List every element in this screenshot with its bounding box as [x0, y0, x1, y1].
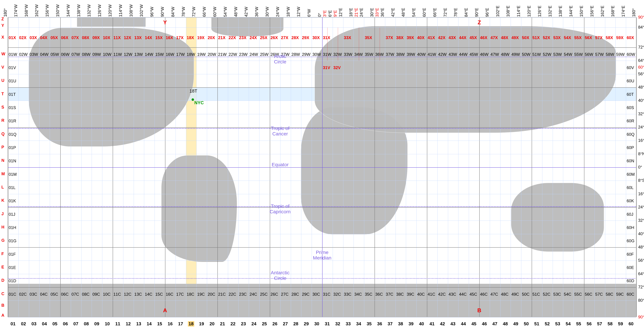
cell-55W: 55W: [574, 52, 583, 57]
cell-07W: 07W: [72, 52, 80, 57]
vline-15: [165, 18, 166, 317]
zone-number-42: 42: [440, 321, 445, 326]
lat-tick-16: 16°N: [638, 138, 644, 143]
lon-tick--6: 6°W: [307, 9, 312, 17]
band-letter-F: F: [2, 252, 4, 256]
band-letter-E: E: [2, 265, 4, 270]
lon-tick-108: 108°E: [506, 6, 510, 17]
zone-number-14: 14: [146, 321, 152, 326]
utm-grid-map: 01X02X03X04X05X06X07X08X09X10X11X12X13X1…: [0, 0, 644, 336]
band-letter-U: U: [2, 78, 4, 83]
lat-tick--80: 80°S: [638, 298, 644, 303]
cell-01R: 01R: [8, 118, 16, 123]
lat-tick-48: 48°N: [638, 85, 644, 90]
cell-01L: 01L: [8, 185, 16, 190]
band-letter-M: M: [2, 172, 5, 176]
cell-47X: 47X: [490, 35, 498, 40]
cell-01T: 01T: [8, 92, 16, 97]
eurasia-shape: [314, 26, 616, 133]
equator-line: [8, 167, 636, 168]
zone-number-34: 34: [356, 321, 361, 326]
right-latitude-axis: 90°N84°N72°N64°N60°N56°N48°N40°N32°N24°N…: [637, 17, 644, 317]
cell-05X: 05X: [50, 35, 58, 40]
band-letter-K: K: [2, 198, 4, 203]
cell-25C: 25C: [260, 292, 268, 297]
left-band-axis: ZYXWVUTSRQPNMLKJHGFEDCBA: [0, 17, 7, 317]
lat-tick--16: 16°S: [638, 192, 644, 196]
hline--8: [8, 180, 636, 181]
zone-number-35: 35: [366, 321, 372, 326]
cell-36W: 36W: [375, 52, 384, 57]
cell-34C: 34C: [354, 292, 362, 297]
cell-48X: 48X: [501, 35, 508, 40]
zone-number-09: 09: [94, 321, 99, 326]
lon-tick--120: 120°W: [108, 4, 112, 17]
cell-53X: 53X: [554, 35, 561, 40]
cell-06C: 06C: [61, 292, 68, 297]
cell-19X: 19X: [197, 35, 204, 40]
zone-number-45: 45: [471, 321, 476, 326]
cell-44W: 44W: [459, 52, 468, 57]
hline--90: [8, 317, 636, 318]
cell-59W: 59W: [616, 52, 624, 57]
zone-number-17: 17: [178, 321, 183, 326]
zone-number-03: 03: [32, 321, 36, 326]
cell-60H: 60H: [626, 225, 634, 230]
zone-number-31: 31: [325, 321, 330, 326]
zone-number-50: 50: [524, 321, 529, 326]
cell-36C: 36C: [375, 292, 383, 297]
hline--64: [8, 274, 636, 274]
band-letter-H: H: [2, 225, 4, 230]
cell-16W: 16W: [166, 52, 174, 57]
cell-01H: 01H: [8, 225, 16, 230]
cell-01J: 01J: [8, 212, 15, 217]
vline-13: [144, 18, 144, 317]
cell-16X: 16X: [166, 35, 173, 40]
cell-53W: 53W: [554, 52, 562, 57]
vline-46: [490, 18, 490, 317]
cell-31V: 31V: [323, 65, 330, 70]
cell-49W: 49W: [511, 52, 520, 57]
cell-32W: 32W: [333, 52, 342, 57]
lon-tick-162: 162°E: [600, 6, 605, 17]
cell-17X: 17X: [176, 35, 184, 40]
cell-10C: 10C: [103, 292, 110, 297]
prime-meridian-line: [322, 18, 322, 317]
lat-tick--64: 64°S: [638, 272, 644, 276]
cell-12X: 12X: [124, 35, 131, 40]
cell-11W: 11W: [113, 52, 122, 57]
cell-01F: 01F: [8, 252, 16, 257]
lon-tick--144: 144°W: [66, 4, 71, 17]
band-letter-Y: Y: [2, 23, 4, 28]
cell-20W: 20W: [208, 52, 216, 57]
cell-30W: 30W: [312, 52, 321, 57]
tropic-capricorn-line: [8, 206, 636, 207]
lat-tick--24: 24°S: [638, 205, 644, 210]
cell-12W: 12W: [124, 52, 132, 57]
cell-42X: 42X: [438, 35, 446, 40]
band-letter-A: A: [2, 313, 4, 318]
hline--40: [8, 234, 636, 234]
cell-27C: 27C: [281, 292, 288, 297]
hline--48: [8, 247, 636, 248]
cell-60L: 60L: [626, 185, 634, 190]
cell-47C: 47C: [490, 292, 498, 297]
lat-tick-8: 8°N: [638, 152, 644, 156]
polar-Z: Z: [478, 19, 481, 26]
zone-number-44: 44: [461, 321, 466, 326]
hline--72: [8, 287, 636, 288]
cell-23C: 23C: [239, 292, 247, 297]
lon-tick-48: 48°E: [401, 8, 406, 17]
lat-tick-32: 32°N: [638, 112, 644, 116]
lon-tick-9: 9°E: [333, 10, 338, 17]
cell-07C: 07C: [72, 292, 79, 297]
lon-tick-120: 120°E: [527, 6, 532, 17]
cell-54W: 54W: [564, 52, 572, 57]
bottom-zone-axis: 0102030405060708091011121314151617181920…: [8, 320, 636, 328]
hline-72: [8, 48, 636, 48]
vline-55: [584, 18, 584, 317]
zone-number-19: 19: [199, 321, 204, 326]
cell-03W: 03W: [30, 52, 38, 57]
cell-41W: 41W: [428, 52, 436, 57]
lon-tick--180: 180°: [3, 8, 8, 17]
